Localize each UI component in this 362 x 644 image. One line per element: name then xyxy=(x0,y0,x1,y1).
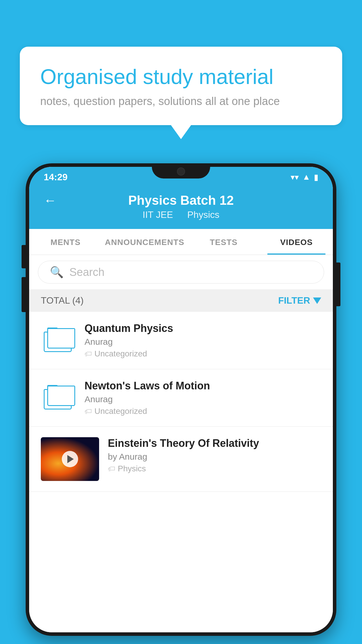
battery-icon: ▮ xyxy=(314,172,318,182)
video-thumb-newton xyxy=(41,380,76,415)
header-subtitle-iit: IIT JEE xyxy=(143,209,173,220)
filter-icon xyxy=(313,298,321,304)
phone-button-volume-down xyxy=(22,277,26,312)
tab-videos[interactable]: VIDEOS xyxy=(260,229,333,255)
video-author-quantum: Anurag xyxy=(85,337,321,347)
search-placeholder: Search xyxy=(69,266,104,279)
video-tag-newton: 🏷 Uncategorized xyxy=(85,407,321,416)
tag-icon-einstein: 🏷 xyxy=(108,464,115,473)
status-icons: ▾▾ ▲ ▮ xyxy=(291,172,318,182)
video-title-newton: Newton's Laws of Motion xyxy=(85,380,321,392)
video-author-newton: Anurag xyxy=(85,394,321,404)
folder-icon-quantum xyxy=(44,328,73,352)
video-item-newton[interactable]: Newton's Laws of Motion Anurag 🏷 Uncateg… xyxy=(29,369,333,427)
bubble-title: Organised study material xyxy=(40,64,322,89)
tag-icon-newton: 🏷 xyxy=(85,407,92,416)
header-subtitle-physics: Physics xyxy=(187,209,219,220)
tab-bar: MENTS ANNOUNCEMENTS TESTS VIDEOS xyxy=(29,229,333,255)
header-top: ← Physics Batch 12 xyxy=(44,193,318,208)
video-item-quantum[interactable]: Quantum Physics Anurag 🏷 Uncategorized xyxy=(29,312,333,369)
filter-bar: TOTAL (4) FILTER xyxy=(29,289,333,312)
video-title-einstein: Einstein's Theory Of Relativity xyxy=(108,437,321,449)
total-count: TOTAL (4) xyxy=(41,295,84,306)
speech-bubble: Organised study material notes, question… xyxy=(20,47,342,125)
phone-screen: 14:29 ▾▾ ▲ ▮ ← Physics Batch 12 IIT JEE … xyxy=(29,167,333,632)
video-info-newton: Newton's Laws of Motion Anurag 🏷 Uncateg… xyxy=(85,380,321,416)
video-info-quantum: Quantum Physics Anurag 🏷 Uncategorized xyxy=(85,322,321,358)
header-title: Physics Batch 12 xyxy=(128,193,234,208)
search-bar: 🔍 Search xyxy=(29,255,333,289)
phone-outer: 14:29 ▾▾ ▲ ▮ ← Physics Batch 12 IIT JEE … xyxy=(26,163,336,636)
speech-bubble-container: Organised study material notes, question… xyxy=(20,47,342,125)
app-header: ← Physics Batch 12 IIT JEE Physics xyxy=(29,187,333,229)
header-subtitle: IIT JEE Physics xyxy=(44,209,318,220)
search-icon: 🔍 xyxy=(50,266,64,279)
tag-icon: 🏷 xyxy=(85,349,92,358)
video-thumbnail-einstein xyxy=(41,437,99,481)
phone-container: 14:29 ▾▾ ▲ ▮ ← Physics Batch 12 IIT JEE … xyxy=(26,163,336,636)
video-title-quantum: Quantum Physics xyxy=(85,322,321,335)
camera-dot xyxy=(177,167,185,176)
phone-button-volume-up xyxy=(22,245,26,268)
video-author-einstein: by Anurag xyxy=(108,452,321,462)
phone-notch xyxy=(152,163,210,178)
back-button[interactable]: ← xyxy=(44,193,57,208)
play-icon xyxy=(67,455,74,463)
video-thumb-quantum xyxy=(41,322,76,357)
tab-tests[interactable]: TESTS xyxy=(187,229,260,255)
folder-icon-newton xyxy=(44,385,73,410)
tab-ments[interactable]: MENTS xyxy=(29,229,102,255)
bubble-subtitle: notes, question papers, solutions all at… xyxy=(40,95,322,108)
video-info-einstein: Einstein's Theory Of Relativity by Anura… xyxy=(108,437,321,473)
signal-icon: ▲ xyxy=(302,172,310,182)
search-input-wrapper[interactable]: 🔍 Search xyxy=(38,261,324,284)
video-tag-quantum: 🏷 Uncategorized xyxy=(85,349,321,358)
content-area: Quantum Physics Anurag 🏷 Uncategorized xyxy=(29,312,333,632)
tab-announcements[interactable]: ANNOUNCEMENTS xyxy=(102,229,187,255)
video-tag-einstein: 🏷 Physics xyxy=(108,464,321,473)
wifi-icon: ▾▾ xyxy=(291,172,299,182)
video-item-einstein[interactable]: Einstein's Theory Of Relativity by Anura… xyxy=(29,427,333,492)
play-button-einstein[interactable] xyxy=(62,451,78,467)
filter-button[interactable]: FILTER xyxy=(278,295,321,306)
status-time: 14:29 xyxy=(44,172,68,183)
phone-button-power xyxy=(336,262,340,306)
